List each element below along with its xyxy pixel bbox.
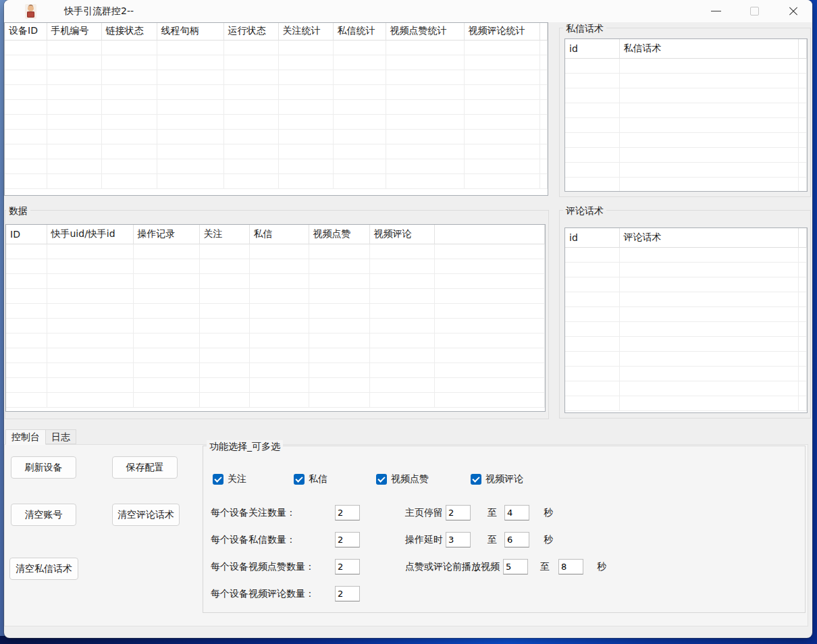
- tab-log[interactable]: 日志: [45, 429, 76, 444]
- table-cell: [369, 318, 434, 333]
- table-cell: [199, 363, 249, 377]
- table-cell: [6, 377, 47, 392]
- table-cell: [309, 318, 369, 333]
- table-cell: [5, 40, 47, 55]
- table-row: [5, 70, 548, 84]
- table-cell: [565, 103, 619, 117]
- play-before-from-input[interactable]: [503, 559, 528, 574]
- table-cell: [619, 336, 798, 351]
- function-checkbox-3[interactable]: 视频点赞: [376, 473, 429, 485]
- data-table[interactable]: ID快手uid/快手id操作记录关注私信视频点赞视频评论: [5, 224, 546, 412]
- clear-accounts-button[interactable]: 清空账号: [11, 504, 76, 526]
- table-cell: [5, 84, 47, 99]
- home-stay-from-input[interactable]: [446, 505, 471, 520]
- dm-script-group-label: 私信话术: [563, 22, 606, 34]
- table-cell: [565, 396, 619, 410]
- table-row: [6, 348, 545, 363]
- table-cell: [278, 55, 333, 70]
- table-cell: [333, 40, 386, 55]
- column-header: 视频评论: [369, 225, 434, 244]
- table-cell: [565, 366, 619, 381]
- table-cell: [249, 288, 309, 303]
- column-header: 设备ID: [5, 23, 47, 40]
- table-cell: [309, 348, 369, 363]
- table-cell: [157, 99, 223, 114]
- play-before-label: 点赞或评论前播放视频：: [405, 559, 509, 574]
- save-config-button[interactable]: 保存配置: [112, 456, 178, 479]
- close-button[interactable]: [778, 0, 809, 22]
- table-cell: [619, 396, 798, 410]
- play-before-to-input[interactable]: [558, 559, 583, 574]
- table-cell: [157, 173, 223, 188]
- table-cell: [309, 333, 369, 348]
- home-stay-to-input[interactable]: [504, 505, 529, 520]
- table-cell: [619, 292, 798, 306]
- dm-count-input[interactable]: [335, 532, 360, 547]
- table-row: [565, 351, 807, 366]
- table-cell: [565, 351, 619, 366]
- dm-script-table[interactable]: id私信话术: [564, 38, 808, 192]
- comment-script-table[interactable]: id评论话术: [564, 227, 808, 413]
- table-cell: [565, 277, 619, 292]
- op-delay-from-input[interactable]: [446, 532, 471, 547]
- table-cell: [309, 288, 369, 303]
- table-cell: [101, 70, 157, 84]
- table-cell: [539, 114, 548, 129]
- table-cell: [539, 55, 548, 70]
- table-cell: [47, 173, 101, 188]
- table-row: [565, 292, 807, 306]
- table-cell: [249, 363, 309, 377]
- function-checkbox-4[interactable]: 视频评论: [471, 473, 523, 485]
- function-checkbox-2[interactable]: 私信: [294, 473, 327, 485]
- op-delay-to-input[interactable]: [504, 532, 529, 547]
- table-cell: [369, 244, 434, 259]
- device-table[interactable]: 设备ID手机编号链接状态线程句柄运行状态关注统计私信统计视频点赞统计视频评论统计: [4, 22, 548, 196]
- column-header: 快手uid/快手id: [47, 225, 133, 244]
- minimize-button[interactable]: [700, 0, 731, 22]
- table-cell: [101, 84, 157, 99]
- table-cell: [47, 318, 133, 333]
- table-cell: [278, 99, 333, 114]
- table-cell: [5, 173, 47, 188]
- table-row: [565, 262, 807, 277]
- refresh-devices-button[interactable]: 刷新设备: [11, 456, 76, 479]
- table-cell: [5, 99, 47, 114]
- titlebar: 快手引流群控2--: [4, 0, 812, 22]
- table-row: [5, 129, 548, 144]
- table-cell: [223, 159, 278, 173]
- table-cell: [434, 259, 545, 273]
- table-cell: [333, 84, 386, 99]
- play-before-to-text: 至: [540, 559, 550, 574]
- table-cell: [133, 273, 199, 288]
- table-cell: [157, 114, 223, 129]
- maximize-button[interactable]: [739, 0, 770, 22]
- table-cell: [798, 103, 807, 117]
- table-cell: [278, 159, 333, 173]
- function-checkbox-1[interactable]: 关注: [213, 473, 246, 485]
- table-cell: [464, 159, 539, 173]
- table-cell: [464, 84, 539, 99]
- table-row: [565, 73, 807, 88]
- table-cell: [798, 306, 807, 321]
- clear-comment-scripts-button[interactable]: 清空评论话术: [112, 504, 180, 526]
- like-count-input[interactable]: [335, 559, 360, 574]
- table-cell: [386, 129, 464, 144]
- tab-console[interactable]: 控制台: [5, 429, 46, 445]
- table-cell: [249, 348, 309, 363]
- table-cell: [278, 144, 333, 159]
- table-row: [565, 381, 807, 396]
- table-cell: [47, 273, 133, 288]
- column-header: 视频点赞统计: [386, 23, 464, 40]
- table-row: [565, 117, 807, 132]
- table-cell: [157, 55, 223, 70]
- op-delay-to-text: 至: [487, 532, 497, 547]
- table-cell: [309, 244, 369, 259]
- comment-script-group-label: 评论话术: [563, 205, 606, 217]
- table-cell: [464, 40, 539, 55]
- follow-count-input[interactable]: [335, 505, 360, 520]
- comment-count-input[interactable]: [335, 586, 360, 601]
- clear-dm-scripts-button[interactable]: 清空私信话术: [9, 558, 78, 580]
- table-cell: [565, 58, 619, 73]
- table-cell: [464, 55, 539, 70]
- column-header: 私信: [249, 225, 309, 244]
